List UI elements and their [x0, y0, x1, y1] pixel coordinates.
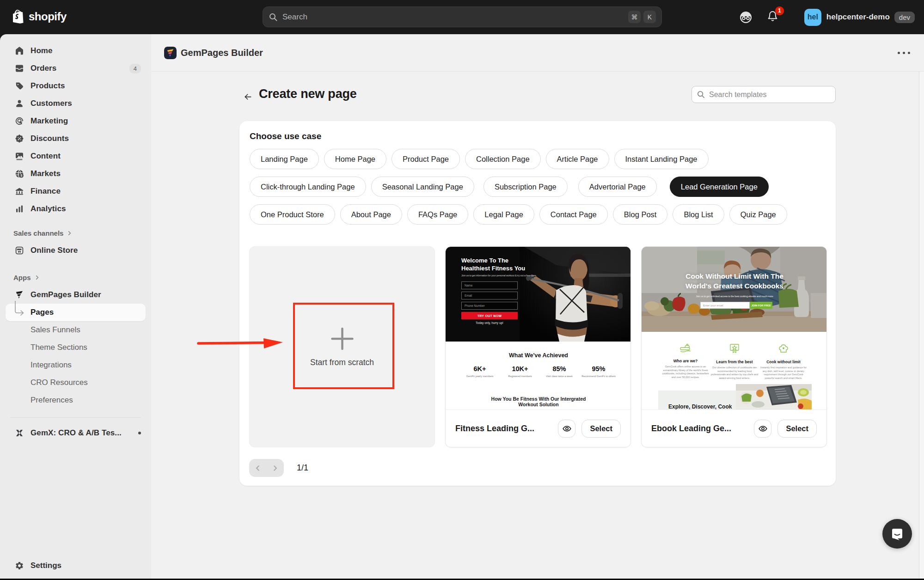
svg-text:$: $: [20, 174, 22, 177]
